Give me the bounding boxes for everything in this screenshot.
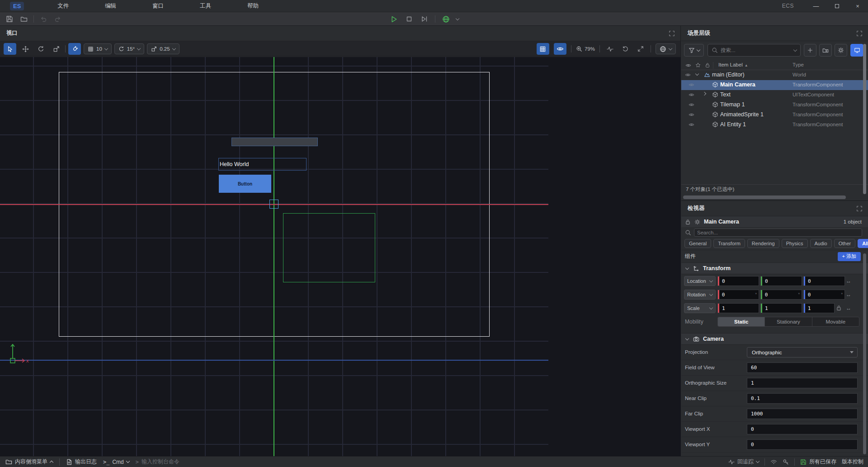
runtime-view-button[interactable] [850,44,863,57]
tab-audio[interactable]: Audio [810,239,832,248]
hierarchy-row-ai-entity[interactable]: AI Entity 1 TransformComponent [681,120,868,130]
fullscreen-button[interactable] [635,43,646,54]
stats-button[interactable] [604,43,615,54]
console-input[interactable]: > 输入控制台命令 [136,457,179,467]
rotation-dropdown[interactable]: Rotation [684,290,716,300]
viewport-x-input[interactable] [747,424,858,434]
grid-toggle-button[interactable] [537,43,549,55]
app-logo[interactable]: ES [10,2,24,10]
selection-gizmo-square[interactable] [269,200,278,209]
column-type[interactable]: Type [793,62,804,67]
vertical-scrollbar[interactable] [863,44,866,194]
gear-icon[interactable] [694,219,700,225]
far-clip-input[interactable] [747,409,858,419]
ui-panel-widget[interactable] [231,138,318,146]
play-button[interactable] [389,14,399,24]
menu-edit[interactable]: 编辑 [87,0,134,12]
run-target-dropdown[interactable] [441,14,451,24]
tab-physics[interactable]: Physics [782,239,808,248]
content-drawer-button[interactable]: 内容侧滑菜单 [5,457,53,467]
add-folder-button[interactable] [819,44,832,57]
rotate-tool-button[interactable] [34,43,47,55]
step-button[interactable] [420,14,429,24]
hierarchy-row-animatedsprite[interactable]: AnimatedSprite 1 TransformComponent [681,110,868,120]
hierarchy-settings-button[interactable] [835,44,847,57]
link-arrows-icon[interactable]: ↔ [846,278,851,284]
hierarchy-search-input[interactable] [721,48,791,53]
scale-x-field[interactable] [717,303,759,313]
rotation-y-field[interactable]: ° [760,290,802,300]
undo-button[interactable] [38,14,48,24]
eye-icon[interactable] [689,102,694,108]
filter-dropdown[interactable] [684,44,704,57]
column-item-label[interactable]: Item Label▲ [718,62,748,67]
mobility-static[interactable]: Static [718,317,765,326]
tab-other[interactable]: Other [834,239,856,248]
gizmo-visibility-button[interactable] [554,43,566,55]
scene-canvas[interactable]: Hello World Button x [0,57,681,456]
tab-rendering[interactable]: Rendering [747,239,779,248]
maximize-panel-icon[interactable] [856,205,863,212]
menu-help[interactable]: 帮助 [229,0,277,12]
save-button[interactable] [5,14,14,24]
scale-snap-dropdown[interactable]: 0.25 [147,43,179,54]
camera-section-header[interactable]: Camera [681,333,868,345]
mobility-stationary[interactable]: Stationary [765,317,812,326]
reset-view-button[interactable] [620,43,631,54]
menu-window[interactable]: 窗口 [134,0,182,12]
location-y-field[interactable] [760,276,802,286]
maximize-panel-icon[interactable] [856,30,863,37]
link-arrows-icon[interactable]: ↔ [846,291,851,298]
redo-button[interactable] [53,14,63,24]
lock-icon[interactable] [705,62,710,68]
tab-all[interactable]: All [858,239,868,248]
world-dropdown[interactable] [656,43,676,54]
location-x-field[interactable] [717,276,759,286]
maximize-panel-icon[interactable] [669,30,675,37]
tab-transform[interactable]: Transform [713,239,745,248]
output-log-button[interactable]: 输出日志 [66,457,97,467]
add-component-button[interactable]: + 添加 [838,252,861,261]
vertical-scrollbar[interactable] [863,253,866,454]
save-status[interactable]: 所有已保存 [800,457,836,467]
menu-file[interactable]: 文件 [39,0,87,12]
cmd-dropdown[interactable]: >_ Cmd [103,457,129,467]
link-arrows-icon[interactable]: ↔ [846,305,851,311]
chevron-down-icon[interactable] [793,48,797,51]
ui-text-widget[interactable]: Hello World [218,158,307,171]
star-icon[interactable] [695,62,701,68]
version-control-button[interactable]: 版本控制 [842,457,863,467]
rotation-z-field[interactable]: ° [803,290,845,300]
tab-general[interactable]: General [684,239,711,248]
eye-icon[interactable] [685,62,691,68]
transform-section-header[interactable]: Transform [681,262,868,274]
uniform-scale-lock-icon[interactable] [836,305,842,311]
stop-button[interactable] [404,14,414,24]
eye-icon[interactable] [689,112,694,118]
orthographic-size-input[interactable] [747,378,858,388]
scale-y-field[interactable] [760,303,802,313]
chevron-right-icon[interactable] [703,92,706,95]
location-dropdown[interactable]: Location [684,276,716,286]
scale-dropdown[interactable]: Scale [684,303,716,313]
chevron-down-icon[interactable] [456,16,459,20]
close-button[interactable]: × [847,0,868,12]
hierarchy-row-tilemap[interactable]: Tilemap 1 TransformComponent [681,100,868,110]
lock-icon[interactable] [685,219,691,225]
zoom-indicator[interactable]: 79% [576,46,595,52]
menu-tools[interactable]: 工具 [182,0,229,12]
hierarchy-row-main-camera[interactable]: Main Camera TransformComponent [681,80,868,90]
credentials-button[interactable] [783,457,789,467]
horizontal-scrollbar[interactable] [683,195,846,199]
chevron-down-icon[interactable] [695,72,699,76]
snap-toggle-button[interactable] [68,43,81,55]
rotation-x-field[interactable]: ° [717,290,759,300]
eye-icon[interactable] [689,82,694,88]
mobility-movable[interactable]: Movable [812,317,859,326]
maximize-button[interactable] [826,0,847,12]
ui-button-widget[interactable]: Button [219,175,271,193]
viewport-y-input[interactable] [747,439,858,450]
move-tool-button[interactable] [19,43,32,55]
inspector-search-input[interactable] [694,229,862,237]
grid-snap-dropdown[interactable]: 10 [84,43,112,54]
